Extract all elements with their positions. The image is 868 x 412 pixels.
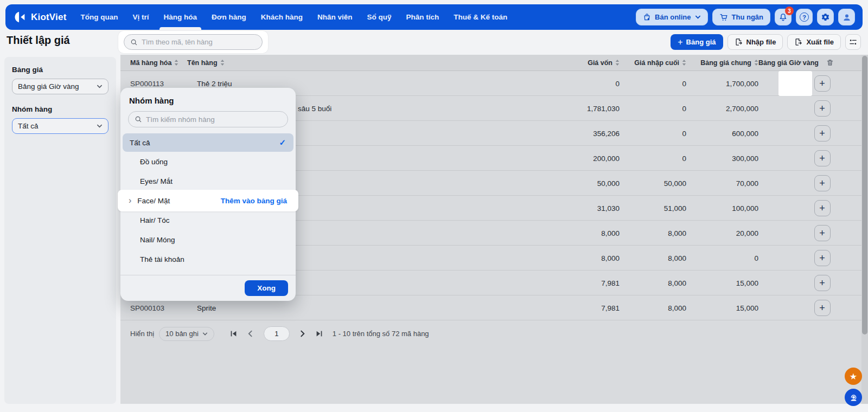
add-group-to-pricebook-link[interactable]: Thêm vào bảng giá — [221, 197, 296, 205]
add-to-pricebook-button[interactable]: + — [814, 150, 831, 166]
last-purchase-price: 0 — [620, 154, 686, 163]
prev-page-button[interactable] — [245, 328, 257, 340]
trash-icon[interactable] — [826, 59, 834, 67]
group-search-input[interactable] — [146, 115, 282, 124]
nav-item[interactable]: Hàng hóa — [164, 4, 197, 30]
nav-item[interactable]: Phân tích — [406, 4, 439, 30]
search-icon — [135, 115, 142, 123]
base-price: 15,000 — [686, 304, 758, 312]
sort-icon[interactable] — [174, 60, 178, 66]
check-icon: ✓ — [279, 138, 293, 147]
group-item[interactable]: › Tất cả ✓ — [123, 133, 293, 152]
group-item[interactable]: › Thẻ tài khoản ✓ — [120, 249, 296, 269]
group-item[interactable]: › Hair/ Tóc ✓ — [120, 210, 296, 230]
add-to-pricebook-button[interactable]: + — [814, 75, 831, 92]
nav-item[interactable]: Sổ quỹ — [367, 4, 391, 30]
top-navbar: KiotViet Tổng quanVị tríHàng hóaĐơn hàng… — [5, 4, 863, 30]
help-icon: ? — [800, 12, 809, 22]
base-price: 0 — [686, 254, 758, 262]
sort-icon[interactable] — [615, 60, 620, 66]
export-file-button[interactable]: Xuất file — [787, 34, 841, 50]
nav-item[interactable]: Đơn hàng — [212, 4, 246, 30]
product-search[interactable] — [124, 34, 263, 50]
add-to-pricebook-button[interactable]: + — [814, 275, 831, 291]
add-to-pricebook-button[interactable]: + — [814, 225, 831, 241]
vertical-scrollbar[interactable] — [861, 55, 868, 404]
column-header-gold-price[interactable]: Bảng giá Giờ vàng — [758, 59, 861, 67]
column-header-last-purchase[interactable]: Giá nhập cuối — [620, 59, 686, 67]
add-to-pricebook-button[interactable]: + — [814, 300, 831, 316]
gold-price-cell: + — [758, 271, 861, 295]
group-select[interactable]: Tất cả — [12, 118, 108, 134]
sort-icon[interactable] — [682, 60, 686, 66]
shop-bag-icon — [643, 13, 651, 21]
page-number-input[interactable] — [264, 326, 290, 341]
first-page-button[interactable] — [228, 328, 240, 340]
add-to-pricebook-button[interactable]: + — [814, 200, 831, 216]
base-price: 300,000 — [686, 154, 758, 163]
group-item[interactable]: › Đồ uống ✓ — [120, 152, 296, 171]
group-search[interactable] — [128, 111, 288, 127]
group-item[interactable]: › Nail/ Móng ✓ — [120, 230, 296, 249]
column-header-name[interactable]: Tên hàng — [187, 59, 516, 67]
add-to-pricebook-button[interactable]: + — [814, 175, 831, 191]
gold-price-cell: + — [758, 221, 861, 246]
nav-item[interactable]: Vị trí — [133, 4, 149, 30]
support-fab[interactable] — [845, 389, 862, 406]
pricebook-select[interactable]: Bảng giá Giờ vàng — [12, 79, 108, 94]
settings-button[interactable] — [817, 9, 834, 25]
column-header-base-price[interactable]: Bảng giá chung — [686, 59, 758, 67]
column-settings-button[interactable] — [845, 34, 861, 50]
add-to-pricebook-button[interactable]: + — [814, 125, 831, 141]
page-size-select[interactable]: 10 bản ghi — [159, 327, 214, 341]
export-file-label: Xuất file — [806, 38, 834, 46]
last-page-button[interactable] — [314, 328, 326, 340]
feedback-fab[interactable]: ★ — [845, 368, 862, 385]
column-label: Bảng giá Giờ vàng — [758, 59, 819, 67]
nav-item[interactable]: Thuế & Kế toán — [454, 4, 507, 30]
last-purchase-price: 8,000 — [620, 254, 686, 262]
group-panel-title: Nhóm hàng — [129, 96, 287, 105]
avatar-icon — [842, 12, 852, 22]
page-size-label: Hiển thị — [130, 330, 154, 338]
add-to-pricebook-button[interactable]: + — [814, 100, 831, 117]
brand[interactable]: KiotViet — [13, 10, 67, 24]
nav-item[interactable]: Nhân viên — [317, 4, 353, 30]
sort-icon[interactable] — [220, 60, 225, 66]
last-purchase-price: 8,000 — [620, 279, 686, 287]
notifications-button[interactable]: 3 — [775, 9, 792, 25]
group-item[interactable]: › Face/ Mặt Thêm vào bảng giá ✓ — [120, 191, 296, 210]
header-actions: + Bảng giá Nhập file Xuất file — [671, 34, 861, 50]
column-label: Tên hàng — [187, 59, 218, 67]
highlight-box-plus — [778, 71, 812, 96]
base-price: 2,700,000 — [686, 105, 758, 113]
scrollbar-thumb[interactable] — [862, 56, 867, 334]
export-file-icon — [794, 38, 802, 46]
group-list: › Tất cả ✓ › Đồ uống ✓ › Eyes/ Mắt ✓ › F… — [120, 133, 296, 269]
cost-price: 356,206 — [516, 130, 620, 138]
search-input[interactable] — [142, 38, 256, 46]
group-item-label: Face/ Mặt — [137, 197, 170, 205]
group-item-label: Nail/ Móng — [140, 236, 175, 244]
ban-online-button[interactable]: Bán online — [636, 9, 707, 25]
account-button[interactable] — [838, 9, 855, 25]
column-header-cost[interactable]: Giá vốn — [516, 59, 620, 67]
help-button[interactable]: ? — [796, 9, 813, 25]
add-to-pricebook-button[interactable]: + — [814, 250, 831, 266]
done-button[interactable]: Xong — [245, 280, 288, 296]
group-item-label: Eyes/ Mắt — [140, 177, 173, 185]
nav-item[interactable]: Tổng quan — [81, 4, 118, 30]
group-panel-footer: Xong — [120, 275, 296, 301]
import-file-button[interactable]: Nhập file — [727, 34, 783, 50]
add-pricebook-button[interactable]: + Bảng giá — [671, 34, 723, 50]
nav-item[interactable]: Khách hàng — [261, 4, 303, 30]
next-page-button[interactable] — [297, 328, 309, 340]
chevron-right-icon: › — [129, 196, 131, 205]
thu-ngan-button[interactable]: Thu ngân — [712, 9, 771, 25]
group-item[interactable]: › Eyes/ Mắt ✓ — [120, 171, 296, 191]
column-header-code[interactable]: Mã hàng hóa — [120, 59, 187, 67]
base-price: 1,700,000 — [686, 80, 758, 88]
cost-price: 8,000 — [516, 229, 620, 237]
product-code: SP000113 — [120, 80, 187, 88]
sort-icon[interactable] — [754, 60, 758, 66]
